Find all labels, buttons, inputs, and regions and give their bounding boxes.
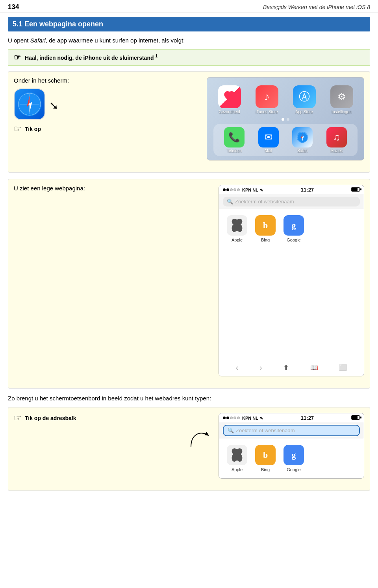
dot3-2 <box>230 417 233 419</box>
intro-text1: U opent <box>8 37 30 44</box>
app-item-itunes: ♪ iTunes Store <box>251 85 283 114</box>
bing-label-2: Bing <box>261 467 270 472</box>
dot-inactive <box>287 118 289 121</box>
search-container-2: 🔍 Zoekterm of websitenaam <box>219 422 364 439</box>
signal-dots <box>223 188 240 191</box>
tik-op-label: Tik op <box>25 126 41 132</box>
back-icon[interactable]: ‹ <box>236 363 239 372</box>
page-number: 134 <box>8 3 19 11</box>
bookmarks-row-2: Apple b Bing g Google <box>219 439 364 478</box>
dock-mail: ✉ Mail <box>258 127 279 153</box>
tabs-icon[interactable]: ⬜ <box>339 364 347 371</box>
apple-label-1: Apple <box>232 238 243 242</box>
wifi-icon-2: ∿ <box>259 415 263 421</box>
mail-label: Mail <box>265 149 272 153</box>
safari-dock-icon <box>292 127 313 147</box>
intro-text2: , de app waarmee u kunt surfen op intern… <box>46 37 185 44</box>
battery-icon <box>351 187 360 192</box>
dot4 <box>233 188 236 191</box>
battery-container-2 <box>351 415 360 420</box>
safari-app-name: Safari <box>30 37 46 44</box>
footnote-1: 1 <box>155 54 158 58</box>
telefoon-label: Telefoon <box>227 149 242 153</box>
search-bar-2[interactable]: 🔍 Zoekterm of websitenaam <box>223 425 360 436</box>
svg-point-6 <box>29 103 31 105</box>
lege-pagina-left: U ziet een lege webpagina: <box>14 185 211 192</box>
bottom-nav-1: ‹ › ⬆ 📖 ⬜ <box>219 359 364 376</box>
apple-label-2: Apple <box>232 467 243 472</box>
finger-icon: ☞ <box>14 124 22 134</box>
time-display-1: 11:27 <box>301 187 314 193</box>
search-icon-1: 🔍 <box>227 199 233 205</box>
tik-adresbalk-row: ☞ Tik op de adresbalk <box>14 413 211 423</box>
status-left-2: KPN NL ∿ <box>223 415 263 421</box>
muziek-icon: ♫ <box>326 127 347 147</box>
instellingen-icon: ⚙ <box>330 85 353 108</box>
phone-spacer-1 <box>219 249 364 359</box>
carrier-label-2: KPN NL <box>242 416 258 420</box>
dot3 <box>230 188 233 191</box>
search-bar-1[interactable]: 🔍 Zoekterm of websitenaam <box>223 197 360 206</box>
carrier-label: KPN NL <box>242 188 258 192</box>
instellingen-label: Instellingen <box>332 110 352 114</box>
curved-arrow <box>187 427 211 451</box>
intro-paragraph: U opent Safari, de app waarmee u kunt su… <box>8 37 370 44</box>
dock-row: 📞 Telefoon ✉ Mail <box>213 124 358 156</box>
battery-fill-2 <box>352 416 358 419</box>
finger-icon-2: ☞ <box>14 413 22 423</box>
bing-bm-icon-2: b <box>255 445 276 465</box>
phone-screen-2: KPN NL ∿ 11:27 🔍 Zoekterm of websitenaam <box>219 413 364 479</box>
adresbalk-section: ☞ Tik op de adresbalk <box>8 407 370 491</box>
bookmark-apple-2[interactable]: Apple <box>227 445 247 472</box>
lege-pagina-label: U ziet een lege webpagina: <box>14 185 211 192</box>
bookmark-bing-1[interactable]: b Bing <box>255 215 276 242</box>
signal-dots-2 <box>223 417 240 419</box>
google-bm-icon: g <box>284 215 304 236</box>
dot1-2 <box>223 417 226 419</box>
svg-point-11 <box>302 137 303 138</box>
page-dots <box>213 118 358 121</box>
tik-adresbalk-label: Tik op de adresbalk <box>25 415 76 421</box>
itunes-icon: ♪ <box>256 85 278 108</box>
search-icon-2: 🔍 <box>228 428 234 433</box>
bookmarks-icon[interactable]: 📖 <box>310 364 318 371</box>
phone-screen-1: KPN NL ∿ 11:27 🔍 Zoekterm of websitenaam <box>219 185 364 376</box>
zo-brengt-text: Zo brengt u het schermtoetsenbord in bee… <box>8 395 370 402</box>
app-item-appstore: Ⓐ App Store <box>288 85 320 114</box>
bookmark-bing-2[interactable]: b Bing <box>255 445 276 472</box>
search-placeholder-2: Zoekterm of websitenaam <box>236 428 295 433</box>
tip-text-1: Haal, indien nodig, de iPhone uit de slu… <box>25 54 158 61</box>
search-placeholder-1: Zoekterm of websitenaam <box>235 199 294 205</box>
lege-pagina-row: U ziet een lege webpagina: KPN NL <box>14 185 364 376</box>
adresbalk-row: ☞ Tik op de adresbalk <box>14 413 364 479</box>
dock-telefoon: 📞 Telefoon <box>224 127 245 153</box>
telefoon-icon: 📞 <box>224 127 245 147</box>
app-grid: Gezondheid ♪ iTunes Store Ⓐ App Store ⚙ <box>213 85 358 114</box>
dock-safari: Safari <box>292 127 313 153</box>
battery-container <box>351 187 360 192</box>
app-item-instellingen: ⚙ Instellingen <box>326 85 358 114</box>
section-title: 5.1 Een webpagina openen <box>8 17 370 31</box>
dot5 <box>237 188 240 191</box>
app-item-gezondheid: Gezondheid <box>213 85 245 114</box>
dock-muziek: ♫ Muziek <box>326 127 347 153</box>
finger-tip-icon: ☞ <box>14 53 21 62</box>
bookmark-google-2[interactable]: g Google <box>284 445 304 472</box>
share-icon[interactable]: ⬆ <box>283 363 289 372</box>
homescreen-row: Onder in het scherm: <box>14 77 364 160</box>
appstore-icon: Ⓐ <box>293 85 316 108</box>
tik-op-row: ☞ Tik op <box>14 124 199 134</box>
dot4-2 <box>233 417 236 419</box>
forward-icon[interactable]: › <box>259 363 262 372</box>
apple-bm-icon-2 <box>227 445 247 465</box>
bookmark-apple-1[interactable]: Apple <box>227 215 247 242</box>
book-title: Basisgids Werken met de iPhone met iOS 8 <box>263 4 370 10</box>
google-label-2: Google <box>287 467 300 472</box>
bookmark-google-1[interactable]: g Google <box>284 215 304 242</box>
bookmarks-row-1: Apple b Bing g Google <box>219 209 364 249</box>
lege-pagina-section: U ziet een lege webpagina: KPN NL <box>8 179 370 389</box>
status-left-1: KPN NL ∿ <box>223 187 263 193</box>
safari-app-icon <box>14 88 45 120</box>
homescreen-screenshot: Gezondheid ♪ iTunes Store Ⓐ App Store ⚙ <box>207 77 364 160</box>
dot2-2 <box>226 417 229 419</box>
